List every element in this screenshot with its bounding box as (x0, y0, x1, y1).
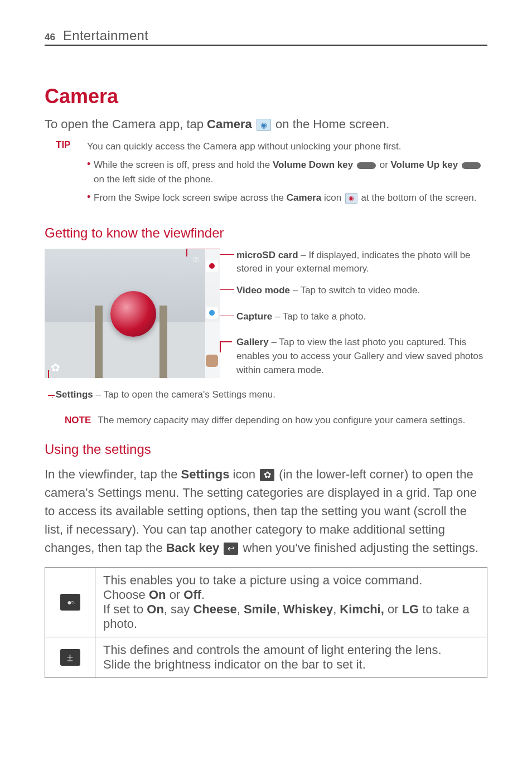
lock-screen-camera-icon (345, 193, 357, 204)
voice-command-icon-cell (45, 568, 95, 637)
settings-table: This enables you to take a picture using… (45, 567, 487, 678)
heading-camera: Camera (45, 85, 487, 108)
camera-app-icon (257, 119, 271, 131)
tip-bullet-2: From the Swipe lock screen swipe across … (87, 191, 487, 205)
capture-button[interactable] (206, 307, 218, 319)
page-header: 46 Entertainment (45, 0, 487, 46)
note-block: NOTE The memory capacity may differ depe… (65, 415, 487, 426)
tip-block: TIP You can quickly access the Camera ap… (56, 139, 487, 210)
volume-up-key-icon (462, 162, 481, 169)
note-label: NOTE (65, 415, 91, 426)
viewfinder-annotations: microSD card – If displayed, indicates t… (220, 249, 487, 385)
annotation-capture: Capture – Tap to take a photo. (236, 310, 487, 324)
settings-paragraph: In the viewfinder, tap the Settings icon… (45, 465, 487, 557)
heading-using-settings: Using the settings (45, 442, 487, 457)
section-title: Entertainment (63, 28, 148, 43)
lg-logo-sphere (110, 291, 156, 337)
annotation-video: Video mode – Tap to switch to video mode… (236, 284, 487, 298)
voice-command-icon (60, 594, 80, 611)
annotation-gallery: Gallery – Tap to view the last photo you… (236, 336, 487, 377)
intro-text: To open the Camera app, tap Camera on th… (45, 116, 487, 133)
video-mode-button[interactable] (206, 260, 218, 272)
annotation-settings: Settings – Tap to open the camera's Sett… (52, 389, 487, 400)
note-text: The memory capacity may differ depending… (98, 415, 465, 426)
table-row: This defines and controls the amount of … (45, 637, 487, 678)
settings-gear-inline-icon (260, 469, 274, 481)
table-row: This enables you to take a picture using… (45, 568, 487, 637)
brightness-desc: This defines and controls the amount of … (95, 637, 487, 678)
tip-label: TIP (56, 139, 76, 210)
brightness-icon-cell (45, 637, 95, 678)
brightness-icon (60, 649, 80, 666)
voice-command-desc: This enables you to take a picture using… (95, 568, 487, 637)
volume-down-key-icon (357, 162, 376, 169)
microsd-indicator-icon: ⎚ (190, 253, 202, 265)
viewfinder-image: ⎚ ✿ (45, 249, 220, 378)
annotation-microsd: microSD card – If displayed, indicates t… (236, 249, 487, 276)
page-number: 46 (45, 32, 55, 43)
tip-content: You can quickly access the Camera app wi… (87, 139, 487, 210)
tip-bullet-1: While the screen is off, press and hold … (87, 158, 487, 186)
settings-gear-icon[interactable]: ✿ (48, 360, 62, 375)
gallery-thumbnail-button[interactable] (206, 355, 218, 367)
viewfinder-diagram: ⎚ ✿ microSD card – If displayed, indicat… (45, 249, 487, 385)
back-key-icon (224, 543, 238, 555)
heading-viewfinder: Getting to know the viewfinder (45, 225, 487, 241)
